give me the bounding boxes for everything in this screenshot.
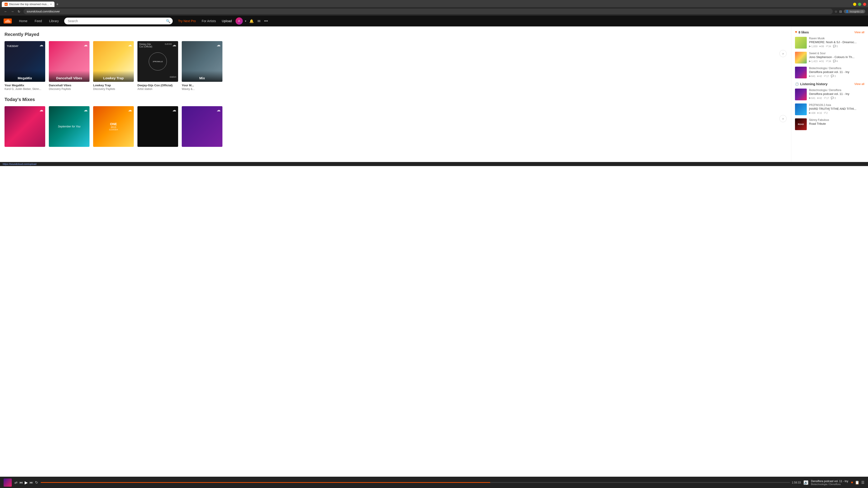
history-track-3-name: Road Tribute [809, 122, 864, 125]
dancehall-sc-icon: ☁ [84, 42, 88, 47]
history-track-1-name: Densiflora podcast vol. 11 - Iny [809, 92, 864, 96]
messages-btn[interactable]: ✉ [256, 18, 261, 24]
try-next-pro-btn[interactable]: Try Next Pro [176, 19, 197, 23]
stat-comments-1: 💬 3 [833, 45, 838, 48]
card-mix5[interactable]: ☁ [182, 106, 222, 149]
card-mix1-image: ☁ [4, 106, 45, 147]
card-lowkey[interactable]: ☁ Lowkey Trap Lowkey Trap Discovery Payl… [93, 41, 134, 91]
stat-reposts-1: ↺ 34 [826, 45, 831, 48]
likes-track-1-name: PREMIERE: Nosh & SJ - Dreamsc... [809, 40, 864, 44]
likes-track-1-artist: Raven Musik [809, 37, 864, 40]
history-track-2-name: [HARD TRUTH] TITHE AND TITHI... [809, 107, 864, 110]
sidebar: ♥ 8 likes View all Raven Musik PREMIERE:… [791, 26, 868, 162]
card-yourmix[interactable]: ☁ Mix Your M... Wavey &... [182, 41, 222, 91]
likes-track-3-name: Densiflora podcast vol. 11 - Iny [809, 70, 864, 74]
history-track-1-stats: ▶ 641 ♥ 42 ↺ 17 💬 3 [809, 96, 864, 99]
likes-header: ♥ 8 likes View all [795, 30, 864, 34]
likes-track-3[interactable]: Biotechnologia / Densiflora Densiflora p… [795, 67, 864, 78]
card-mix3[interactable]: ☁ ONE 2013 SUMMER [93, 106, 134, 149]
h-stat-reposts-1: ↺ 17 [824, 96, 829, 99]
mix3-sc-icon: ☁ [128, 107, 132, 112]
incognito-label: Incognito (2) [850, 10, 864, 13]
stat-plays-3: ▶ 641 [809, 74, 815, 77]
card-megamix[interactable]: TUESDAY ☁ MegaMix Your MegaMix Karol G, … [4, 41, 45, 91]
history-track-1[interactable]: Biotechnologia / Densiflora Densiflora p… [795, 89, 864, 100]
tab-bar: SC Discover the top streamed mus... × + [2, 1, 59, 7]
mix2-title-text: September for You [58, 125, 81, 128]
likes-track-2[interactable]: Sweet & Sour Jono Stephenson - Colours I… [795, 52, 864, 64]
user-avatar-btn[interactable]: A [236, 18, 243, 25]
active-tab[interactable]: SC Discover the top streamed mus... × [2, 2, 55, 7]
history-track-2-thumb [795, 103, 807, 115]
mix1-sc-icon: ☁ [39, 107, 43, 112]
history-clock-icon: 🕐 [795, 82, 799, 86]
address-input[interactable] [24, 8, 833, 14]
deejay-gjcox: GJCOX [165, 43, 172, 45]
avatar-chevron-icon[interactable]: ▼ [245, 20, 247, 22]
nav-home[interactable]: Home [16, 15, 31, 26]
mix3-label: ONE 2013 SUMMER [105, 119, 122, 134]
upload-btn[interactable]: Upload [220, 19, 234, 23]
nav-library[interactable]: Library [45, 15, 62, 26]
history-track-2-stats: ▶ 438 ♥ 16 ↺ 2 [809, 111, 864, 114]
card-mix2[interactable]: ☁ September for You [49, 106, 90, 149]
history-track-2[interactable]: PRZFM109.2 Asia [HARD TRUTH] TITHE AND T… [795, 103, 864, 115]
browser-chrome: SC Discover the top streamed mus... × + [0, 0, 868, 7]
logo-bar-2 [6, 21, 6, 23]
card-deejay-title: Deejay-Gijs Cox (Official) [137, 84, 178, 87]
card-dancehall-image: ☁ Dancehall Vibes [49, 41, 90, 82]
card-mix5-image: ☁ [182, 106, 222, 147]
sc-logo-bars [5, 20, 10, 23]
back-btn[interactable]: ← [3, 9, 8, 14]
for-artists-btn[interactable]: For Artists [199, 19, 218, 23]
window-minimize-btn[interactable] [853, 3, 856, 6]
forward-btn[interactable]: → [9, 9, 16, 14]
window-restore-btn[interactable] [858, 3, 861, 6]
stat-likes-3: ♥ 42 [817, 74, 822, 77]
status-bar: https://soundcloud.com/upload [0, 162, 868, 166]
card-mix4[interactable]: ☁ [137, 106, 178, 149]
history-view-all-link[interactable]: View all [854, 82, 864, 86]
history-track-3[interactable]: ROAD Skinny Fabulous Road Tribute [795, 119, 864, 130]
likes-track-2-artist: Sweet & Sour [809, 52, 864, 55]
history-track-3-artist: Skinny Fabulous [809, 119, 864, 122]
card-megamix-image: TUESDAY ☁ MegaMix [4, 41, 45, 82]
card-mix1[interactable]: ☁ [4, 106, 45, 149]
stat-likes-2: ♥ 91 [819, 60, 824, 63]
todays-mixes-cards: ☁ ☁ September for You ☁ [4, 106, 786, 149]
refresh-btn[interactable]: ↻ [16, 9, 22, 14]
logo-bar-4 [8, 20, 8, 23]
history-track-2-artist: PRZFM109.2 Asia [809, 103, 864, 107]
more-options-btn[interactable]: ••• [263, 18, 269, 24]
sidebar-icon[interactable]: ⊟ [839, 10, 842, 13]
nav-feed[interactable]: Feed [31, 15, 45, 26]
likes-track-1[interactable]: Raven Musik PREMIERE: Nosh & SJ - Dreams… [795, 37, 864, 48]
todays-mixes-section: Today's Mixes ☁ ☁ September for You [4, 97, 786, 149]
todays-mixes-next-btn[interactable]: › [779, 115, 786, 122]
likes-track-2-info: Sweet & Sour Jono Stephenson - Colours I… [809, 52, 864, 63]
tab-close-btn[interactable]: × [50, 3, 52, 6]
history-label: Listening history [800, 82, 828, 86]
h-stat-reposts-2: ↺ 2 [824, 111, 828, 114]
megamix-sc-icon: ☁ [39, 42, 43, 47]
likes-view-all-link[interactable]: View all [854, 31, 864, 34]
card-dancehall[interactable]: ☁ Dancehall Vibes Dancehall Vibes Discov… [49, 41, 90, 91]
likes-track-2-name: Jono Stephenson - Colours In Th... [809, 55, 864, 59]
nav-right: Try Next Pro For Artists Upload A ▼ 🔔 ✉ … [176, 18, 269, 25]
recently-played-title: Recently Played [4, 32, 786, 37]
card-megamix-title: Your MegaMix [4, 84, 45, 87]
card-deejay[interactable]: ☁ Deejay-GijsCox (Official) GJCOX 2PROMI… [137, 41, 178, 91]
notifications-btn[interactable]: 🔔 [248, 18, 255, 24]
search-input[interactable] [64, 18, 173, 24]
sc-logo[interactable] [4, 19, 12, 24]
window-close-btn[interactable] [863, 3, 866, 6]
likes-track-3-thumb [795, 67, 807, 78]
likes-track-1-thumb [795, 37, 807, 48]
recently-played-cards: TUESDAY ☁ MegaMix Your MegaMix Karol G, … [4, 41, 786, 91]
mix2-label: September for You [54, 121, 84, 132]
new-tab-btn[interactable]: + [55, 1, 59, 7]
search-submit-btn[interactable]: 🔍 [166, 19, 170, 23]
incognito-icon: 👤 [846, 10, 849, 13]
bookmark-icon[interactable]: ☆ [835, 10, 837, 13]
recently-played-next-btn[interactable]: › [779, 50, 786, 57]
